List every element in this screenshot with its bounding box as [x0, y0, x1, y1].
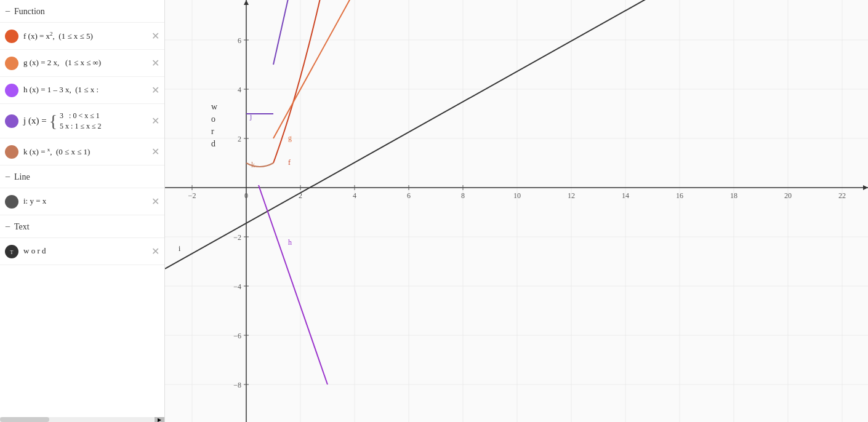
graph-label-w: w: [211, 102, 218, 111]
graph-label-f: f: [288, 158, 291, 167]
svg-rect-3: [165, 0, 868, 422]
formula-i: i: y = x: [23, 196, 147, 207]
close-btn-k[interactable]: ✕: [151, 147, 159, 157]
line-section-header: − Line: [0, 165, 164, 188]
graph-label-k: k: [251, 161, 255, 169]
color-circle-f[interactable]: [5, 30, 18, 43]
function-item-f: f (x) = x2, (1 ≤ x ≤ 5) ✕: [0, 23, 164, 50]
svg-text:6: 6: [407, 191, 411, 200]
svg-text:22: 22: [838, 191, 846, 200]
text-section-label: Text: [14, 222, 30, 232]
svg-text:4: 4: [353, 191, 356, 200]
svg-text:12: 12: [568, 191, 575, 200]
color-circle-j[interactable]: [5, 114, 18, 128]
graph-label-g: g: [288, 133, 292, 142]
close-btn-g[interactable]: ✕: [151, 58, 159, 68]
svg-text:−4: −4: [233, 282, 241, 291]
svg-text:−8: −8: [233, 381, 241, 389]
text-section-header: − Text: [0, 215, 164, 238]
svg-text:18: 18: [730, 191, 737, 200]
close-btn-word[interactable]: ✕: [151, 247, 159, 257]
graph-label-o: o: [211, 114, 215, 124]
function-item-h: h (x) = 1 – 3 x, (1 ≤ x : ✕: [0, 77, 164, 104]
formula-f: f (x) = x2, (1 ≤ x ≤ 5): [23, 30, 147, 42]
graph-label-h: h: [288, 238, 292, 247]
function-item-i: i: y = x ✕: [0, 188, 164, 215]
function-section-label: Function: [14, 7, 45, 17]
text-content-word: w o r d: [23, 245, 147, 257]
function-section-header: − Function: [0, 0, 164, 23]
formula-k: k (x) = x, (0 ≤ x ≤ 1): [23, 146, 147, 158]
sidebar: − Function f (x) = x2, (1 ≤ x ≤ 5) ✕ g (…: [0, 0, 165, 422]
svg-text:8: 8: [461, 191, 465, 200]
piecewise-cases-j: 3 : 0 < x ≤ 1 5 x : 1 ≤ x ≤ 2: [60, 111, 102, 132]
function-item-k: k (x) = x, (0 ≤ x ≤ 1) ✕: [0, 138, 164, 165]
line-section-label: Line: [14, 172, 30, 182]
function-collapse-btn[interactable]: −: [5, 6, 10, 17]
svg-text:10: 10: [513, 191, 521, 200]
scrollbar-thumb[interactable]: [0, 417, 49, 422]
color-circle-g[interactable]: [5, 57, 18, 70]
text-type-icon: T: [7, 247, 16, 256]
close-btn-j[interactable]: ✕: [151, 116, 159, 126]
text-icon-word[interactable]: T: [5, 245, 18, 258]
color-circle-i[interactable]: [5, 195, 18, 209]
formula-j: j (x) = { 3 : 0 < x ≤ 1 5 x : 1 ≤ x ≤ 2: [23, 111, 147, 132]
svg-text:20: 20: [784, 191, 792, 200]
piecewise-case-j-2: 5 x : 1 ≤ x ≤ 2: [60, 121, 102, 132]
svg-text:−6: −6: [233, 332, 241, 340]
function-item-j: j (x) = { 3 : 0 < x ≤ 1 5 x : 1 ≤ x ≤ 2 …: [0, 104, 164, 138]
svg-text:0: 0: [244, 191, 248, 200]
graph-label-r: r: [211, 127, 214, 136]
graph-svg: −2 0 2 4 6 8 10 12 14 16 18 20 22 6 4 2 …: [165, 0, 868, 422]
horizontal-scrollbar[interactable]: ▶: [0, 417, 164, 422]
line-collapse-btn[interactable]: −: [5, 172, 10, 183]
svg-text:16: 16: [676, 191, 683, 200]
svg-text:14: 14: [622, 191, 629, 200]
close-btn-h[interactable]: ✕: [151, 86, 159, 95]
formula-h: h (x) = 1 – 3 x, (1 ≤ x :: [23, 84, 147, 95]
function-item-g: g (x) = 2 x, (1 ≤ x ≤ ∞) ✕: [0, 50, 164, 77]
formula-g: g (x) = 2 x, (1 ≤ x ≤ ∞): [23, 57, 147, 68]
graph-label-d: d: [211, 139, 215, 148]
svg-text:4: 4: [238, 86, 241, 94]
text-collapse-btn[interactable]: −: [5, 221, 10, 233]
color-circle-k[interactable]: [5, 145, 18, 159]
graph-area[interactable]: −2 0 2 4 6 8 10 12 14 16 18 20 22 6 4 2 …: [165, 0, 868, 422]
scrollbar-right-arrow[interactable]: ▶: [155, 417, 164, 422]
close-btn-f[interactable]: ✕: [151, 31, 159, 41]
svg-text:−2: −2: [188, 191, 196, 200]
piecewise-case-j-1: 3 : 0 < x ≤ 1: [60, 111, 102, 121]
svg-text:6: 6: [238, 36, 241, 45]
close-btn-i[interactable]: ✕: [151, 197, 159, 207]
graph-label-j: j: [249, 112, 252, 121]
text-item-word: T w o r d ✕: [0, 238, 164, 265]
color-circle-h[interactable]: [5, 84, 18, 97]
svg-text:T: T: [10, 249, 14, 255]
svg-text:−2: −2: [233, 233, 241, 242]
piecewise-brace-j: {: [49, 113, 57, 130]
svg-text:2: 2: [238, 135, 241, 143]
